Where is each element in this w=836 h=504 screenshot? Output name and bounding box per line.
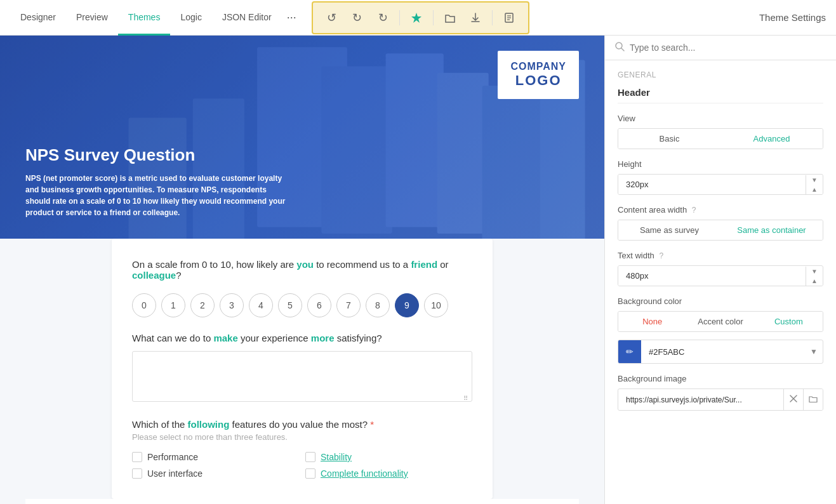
color-value-input[interactable] (641, 342, 805, 362)
nps-7[interactable]: 7 (336, 293, 361, 317)
refresh-button[interactable]: ↺ (371, 6, 394, 29)
nav-more-button[interactable]: ··· (282, 0, 302, 36)
search-input[interactable] (630, 43, 826, 53)
nps-1[interactable]: 1 (161, 293, 185, 317)
nps-8[interactable]: 8 (366, 293, 390, 317)
nps-5[interactable]: 5 (278, 293, 302, 317)
bg-color-toggle: None Accent color Custom (618, 311, 823, 332)
text-width-up-button[interactable]: ▲ (806, 276, 823, 286)
text-width-label: Text width ? (618, 251, 823, 260)
svg-line-15 (621, 48, 624, 51)
text-width-input[interactable] (618, 266, 806, 286)
text-width-text: Text width (618, 251, 654, 260)
checkbox-cf-box[interactable] (305, 468, 315, 479)
bg-color-accent-button[interactable]: Accent color (686, 312, 754, 331)
height-up-button[interactable]: ▲ (806, 185, 823, 194)
top-nav: Designer Preview Themes Logic JSON Edito… (0, 0, 836, 36)
nps-2[interactable]: 2 (190, 293, 215, 317)
bg-color-custom-button[interactable]: Custom (755, 312, 823, 331)
survey-header: COMPANY LOGO NPS Survey Question NPS (ne… (0, 36, 604, 239)
right-panel: General Header View Basic Advanced Heigh… (604, 36, 836, 504)
checkbox-cf-label: Complete functionality (321, 468, 408, 479)
height-input[interactable] (618, 175, 806, 194)
view-toggle-group: Basic Advanced (618, 128, 823, 149)
content-area-width-help-icon: ? (692, 206, 696, 215)
tab-json-editor[interactable]: JSON Editor (212, 1, 282, 36)
tab-preview[interactable]: Preview (66, 1, 118, 36)
redo-button[interactable]: ↻ (346, 6, 369, 29)
bg-image-folder-button[interactable] (803, 389, 823, 410)
checkbox-stability-box[interactable] (305, 452, 315, 462)
general-section-label: General (618, 70, 823, 79)
view-basic-button[interactable]: Basic (618, 129, 720, 149)
toolbar-divider-1 (399, 10, 400, 25)
bg-image-clear-button[interactable] (783, 389, 803, 410)
view-label: View (618, 114, 823, 123)
checkbox-stability-label: Stability (321, 452, 352, 462)
question-2-text: What can we do to make your experience m… (132, 333, 472, 343)
text-width-down-button[interactable]: ▼ (806, 267, 823, 276)
bg-image-url-input[interactable] (618, 390, 783, 409)
nps-3[interactable]: 3 (220, 293, 244, 317)
pagination: ← Page 1 → (25, 499, 579, 504)
height-input-row: ▼ ▲ (618, 174, 823, 195)
nps-9[interactable]: 9 (395, 293, 419, 317)
content-area-width-label: Content area width ? (618, 205, 823, 215)
checkbox-stability[interactable]: Stability (305, 452, 472, 462)
bg-color-label: Background color (618, 296, 823, 306)
nps-10[interactable]: 10 (424, 293, 448, 317)
magic-button[interactable] (405, 6, 428, 29)
survey-preview: COMPANY LOGO NPS Survey Question NPS (ne… (0, 36, 604, 504)
content-area-width-toggle: Same as survey Same as container (618, 220, 823, 241)
logo-logo-text: LOGO (510, 72, 566, 89)
toolbar-divider-3 (492, 10, 493, 25)
text-width-input-row: ▼ ▲ (618, 265, 823, 286)
toolbar: ↺ ↻ ↺ (312, 1, 529, 34)
logo-company-text: COMPANY (510, 61, 566, 72)
company-logo: COMPANY LOGO (498, 51, 579, 99)
checkbox-user-interface[interactable]: User interface (132, 468, 299, 479)
book-button[interactable] (498, 6, 521, 29)
q2-textarea[interactable] (132, 351, 472, 402)
checkbox-performance[interactable]: Performance (132, 452, 299, 462)
tab-designer[interactable]: Designer (10, 1, 66, 36)
bg-color-none-button[interactable]: None (618, 312, 686, 331)
color-dropdown-arrow[interactable]: ▼ (805, 342, 823, 361)
bg-image-label: Background image (618, 374, 823, 383)
question-3-text: Which of the following features do you v… (132, 419, 472, 430)
nps-0[interactable]: 0 (132, 293, 156, 317)
theme-settings-title: Theme Settings (759, 12, 826, 23)
panel-content: General Header View Basic Advanced Heigh… (605, 60, 836, 504)
main-content: COMPANY LOGO NPS Survey Question NPS (ne… (0, 36, 836, 504)
resize-handle[interactable]: ⠿ (463, 395, 471, 402)
view-advanced-button[interactable]: Advanced (720, 129, 823, 149)
content-area-width-text: Content area width (618, 205, 687, 215)
nps-scale: 0 1 2 3 4 5 6 7 8 9 10 (132, 293, 472, 317)
height-arrows: ▼ ▲ (806, 175, 823, 194)
bg-image-actions (783, 389, 823, 410)
pencil-icon: ✏ (626, 347, 634, 357)
height-down-button[interactable]: ▼ (806, 175, 823, 185)
checkbox-ui-box[interactable] (132, 468, 142, 479)
textarea-wrapper: ⠿ (132, 351, 472, 404)
save-button[interactable] (464, 6, 487, 29)
toolbar-divider-2 (433, 10, 434, 25)
survey-description: NPS (net promoter score) is a metric use… (25, 173, 292, 218)
question-3-hint: Please select no more than three feature… (132, 432, 472, 442)
question-1-text: On a scale from 0 to 10, how likely are … (132, 259, 472, 281)
svg-marker-0 (411, 13, 421, 23)
checkbox-performance-box[interactable] (132, 452, 142, 462)
nps-4[interactable]: 4 (249, 293, 273, 317)
checkbox-complete-functionality[interactable]: Complete functionality (305, 468, 472, 479)
same-as-survey-button[interactable]: Same as survey (618, 220, 720, 240)
survey-card: On a scale from 0 to 10, how likely are … (112, 239, 493, 499)
tab-logic[interactable]: Logic (170, 1, 211, 36)
nps-6[interactable]: 6 (307, 293, 331, 317)
color-swatch[interactable]: ✏ (618, 340, 641, 363)
open-button[interactable] (439, 6, 461, 29)
height-label: Height (618, 159, 823, 169)
color-picker-row: ✏ ▼ (618, 340, 823, 364)
same-as-container-button[interactable]: Same as container (720, 220, 823, 240)
tab-themes[interactable]: Themes (118, 1, 171, 36)
undo-button[interactable]: ↺ (321, 6, 343, 29)
